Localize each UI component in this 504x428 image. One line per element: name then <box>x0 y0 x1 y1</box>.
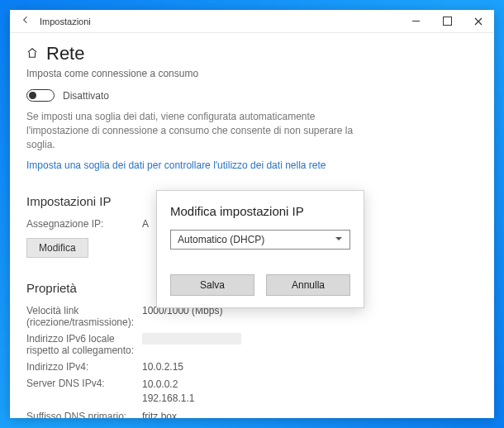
property-row: Server DNS IPv4: 10.0.0.2 192.168.1.1 <box>26 378 478 406</box>
property-key: Indirizzo IPv6 locale rispetto al colleg… <box>26 333 142 356</box>
property-row: Suffisso DNS primario: fritz.box <box>26 411 478 418</box>
titlebar: Impostazioni <box>10 10 494 33</box>
property-value <box>142 333 478 356</box>
settings-window: Impostazioni Rete Imposta come connessio… <box>10 10 494 418</box>
property-row: Velocità link (ricezione/trasmissione): … <box>26 305 478 328</box>
close-button[interactable] <box>463 10 494 33</box>
back-button[interactable] <box>17 15 35 27</box>
property-value: 10.0.0.2 192.168.1.1 <box>142 378 478 406</box>
page-subtitle: Imposta come connessione a consumo <box>26 68 478 79</box>
ip-mode-selected: Automatico (DHCP) <box>178 234 264 245</box>
property-value: 1000/1000 (Mbps) <box>142 305 478 328</box>
property-key: Velocità link (ricezione/trasmissione): <box>26 305 142 328</box>
cancel-button[interactable]: Annulla <box>266 274 350 296</box>
home-icon[interactable] <box>26 47 38 61</box>
edit-ip-button[interactable]: Modifica <box>26 238 88 258</box>
property-row: Indirizzo IPv6 locale rispetto al colleg… <box>26 333 478 356</box>
property-key: Suffisso DNS primario: <box>26 411 142 418</box>
property-value: fritz.box <box>142 411 478 418</box>
metered-toggle-label: Disattivato <box>63 90 109 102</box>
maximize-button[interactable] <box>431 10 463 33</box>
save-button[interactable]: Salva <box>170 274 254 296</box>
window-title: Impostazioni <box>40 17 400 26</box>
window-controls <box>400 10 494 33</box>
property-key: Indirizzo IPv4: <box>26 361 142 373</box>
property-value: 10.0.2.15 <box>142 361 478 373</box>
page-title: Rete <box>46 43 84 64</box>
chevron-down-icon <box>335 234 343 245</box>
ip-mode-select[interactable]: Automatico (DHCP) <box>170 230 350 250</box>
metered-toggle[interactable] <box>26 89 55 102</box>
metered-toggle-row: Disattivato <box>26 89 478 102</box>
breadcrumb: Rete <box>26 43 478 64</box>
minimize-button[interactable] <box>400 10 431 33</box>
ip-assignment-label: Assegnazione IP: <box>26 218 142 230</box>
dialog-title: Modifica impostazioni IP <box>170 204 350 218</box>
content-area: Rete Imposta come connessione a consumo … <box>10 33 494 418</box>
property-row: Indirizzo IPv4: 10.0.2.15 <box>26 361 478 373</box>
redacted-value <box>142 333 241 345</box>
property-key: Server DNS IPv4: <box>26 378 142 406</box>
dialog-buttons: Salva Annulla <box>170 274 350 296</box>
edit-ip-dialog: Modifica impostazioni IP Automatico (DHC… <box>156 190 364 308</box>
metered-description: Se imposti una soglia dei dati, viene co… <box>26 110 373 151</box>
data-limit-link[interactable]: Imposta una soglia dei dati per controll… <box>26 159 326 171</box>
